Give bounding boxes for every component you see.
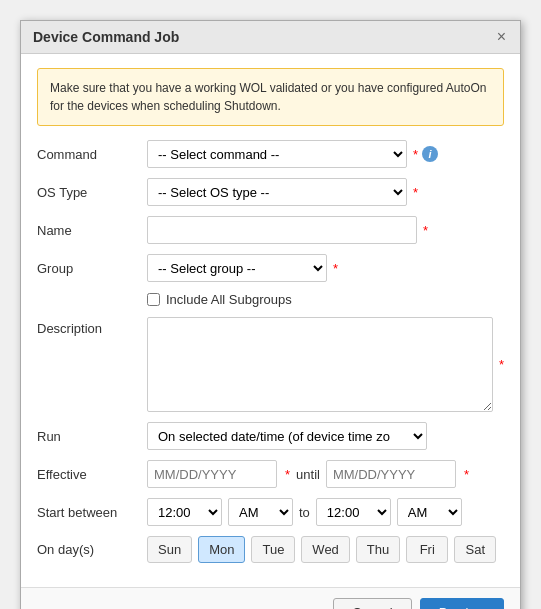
- description-control: *: [147, 317, 504, 412]
- description-textarea[interactable]: [147, 317, 493, 412]
- command-row: Command -- Select command -- * i: [37, 140, 504, 168]
- group-row: Group -- Select group -- *: [37, 254, 504, 282]
- name-input-wrap: *: [147, 216, 504, 244]
- day-tue[interactable]: Tue: [251, 536, 295, 563]
- start-between-row: Start between 12:00 AMPM to 12:00 AMPM: [37, 498, 504, 526]
- effective-dates-wrap: * until *: [147, 460, 504, 488]
- command-select[interactable]: -- Select command --: [147, 140, 407, 168]
- dialog-header: Device Command Job ×: [21, 21, 520, 54]
- start-ampm-from-select[interactable]: AMPM: [228, 498, 293, 526]
- include-subgroups-checkbox[interactable]: [147, 293, 160, 306]
- day-mon[interactable]: Mon: [198, 536, 245, 563]
- until-label: until: [296, 467, 320, 482]
- group-select-wrap: -- Select group -- *: [147, 254, 504, 282]
- effective-to-required: *: [464, 467, 469, 482]
- os-type-select-wrap: -- Select OS type -- *: [147, 178, 504, 206]
- dialog-title: Device Command Job: [33, 29, 179, 45]
- name-control: *: [147, 216, 504, 244]
- effective-from-input[interactable]: [147, 460, 277, 488]
- day-wed[interactable]: Wed: [301, 536, 350, 563]
- warning-text: Make sure that you have a working WOL va…: [50, 81, 486, 113]
- command-control: -- Select command -- * i: [147, 140, 504, 168]
- command-select-wrap: -- Select command -- * i: [147, 140, 504, 168]
- effective-control: * until *: [147, 460, 504, 488]
- os-type-label: OS Type: [37, 185, 147, 200]
- include-subgroups-label[interactable]: Include All Subgroups: [166, 292, 292, 307]
- command-label: Command: [37, 147, 147, 162]
- description-wrap: *: [147, 317, 504, 412]
- effective-label: Effective: [37, 467, 147, 482]
- on-days-row: On day(s) Sun Mon Tue Wed Thu Fri Sat: [37, 536, 504, 563]
- warning-box: Make sure that you have a working WOL va…: [37, 68, 504, 126]
- name-row: Name *: [37, 216, 504, 244]
- name-label: Name: [37, 223, 147, 238]
- os-type-row: OS Type -- Select OS type -- *: [37, 178, 504, 206]
- start-time-to-select[interactable]: 12:00: [316, 498, 391, 526]
- on-days-control: Sun Mon Tue Wed Thu Fri Sat: [147, 536, 504, 563]
- os-type-required: *: [413, 185, 418, 200]
- group-required: *: [333, 261, 338, 276]
- name-input[interactable]: [147, 216, 417, 244]
- start-between-control: 12:00 AMPM to 12:00 AMPM: [147, 498, 504, 526]
- to-label: to: [299, 505, 310, 520]
- group-label: Group: [37, 261, 147, 276]
- os-type-control: -- Select OS type -- *: [147, 178, 504, 206]
- on-days-label: On day(s): [37, 542, 147, 557]
- time-row-wrap: 12:00 AMPM to 12:00 AMPM: [147, 498, 504, 526]
- run-control: On selected date/time (of device time zo: [147, 422, 504, 450]
- close-button[interactable]: ×: [495, 29, 508, 45]
- os-type-select[interactable]: -- Select OS type --: [147, 178, 407, 206]
- start-time-from-select[interactable]: 12:00: [147, 498, 222, 526]
- cancel-button[interactable]: Cancel: [333, 598, 411, 609]
- description-required: *: [499, 357, 504, 372]
- run-label: Run: [37, 429, 147, 444]
- day-sat[interactable]: Sat: [454, 536, 496, 563]
- group-control: -- Select group -- *: [147, 254, 504, 282]
- device-command-job-dialog: Device Command Job × Make sure that you …: [20, 20, 521, 609]
- dialog-body: Make sure that you have a working WOL va…: [21, 54, 520, 587]
- run-row: Run On selected date/time (of device tim…: [37, 422, 504, 450]
- description-label: Description: [37, 317, 147, 336]
- description-row: Description *: [37, 317, 504, 412]
- run-select[interactable]: On selected date/time (of device time zo: [147, 422, 427, 450]
- effective-to-input[interactable]: [326, 460, 456, 488]
- day-sun[interactable]: Sun: [147, 536, 192, 563]
- preview-button[interactable]: Preview: [420, 598, 504, 609]
- info-icon[interactable]: i: [422, 146, 438, 162]
- dialog-footer: Cancel Preview: [21, 587, 520, 609]
- effective-from-required: *: [285, 467, 290, 482]
- day-fri[interactable]: Fri: [406, 536, 448, 563]
- effective-row: Effective * until *: [37, 460, 504, 488]
- days-buttons-wrap: Sun Mon Tue Wed Thu Fri Sat: [147, 536, 504, 563]
- command-required: *: [413, 147, 418, 162]
- group-select[interactable]: -- Select group --: [147, 254, 327, 282]
- subgroups-row: Include All Subgroups: [37, 292, 504, 307]
- day-thu[interactable]: Thu: [356, 536, 400, 563]
- start-ampm-to-select[interactable]: AMPM: [397, 498, 462, 526]
- start-between-label: Start between: [37, 505, 147, 520]
- name-required: *: [423, 223, 428, 238]
